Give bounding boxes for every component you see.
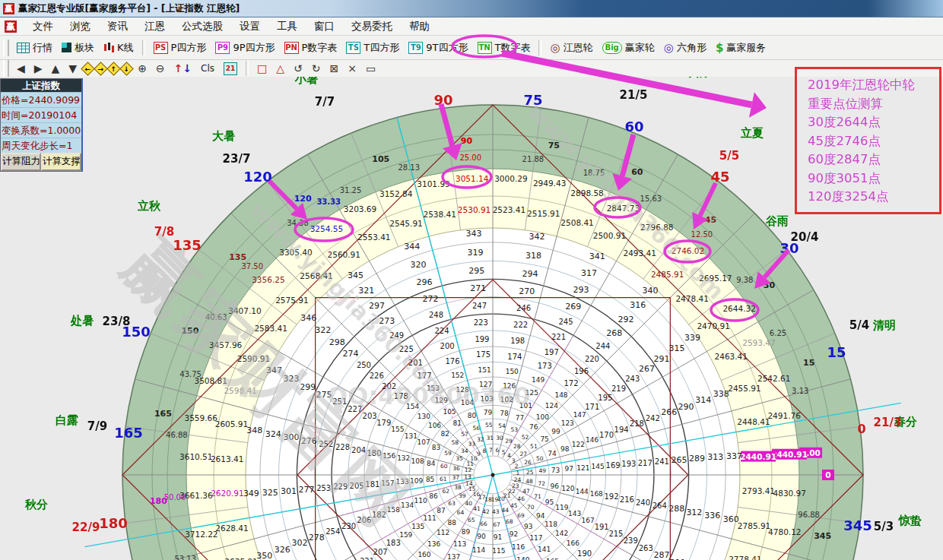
- toolbar-button-quotes[interactable]: 行情: [12, 40, 57, 56]
- svg-text:182: 182: [372, 511, 386, 519]
- calendar-icon: 21: [224, 62, 237, 75]
- svg-text:2644.32: 2644.32: [722, 304, 755, 313]
- tool-down-arrow[interactable]: ▼: [64, 62, 81, 74]
- svg-text:26: 26: [524, 459, 532, 466]
- p-square-label: P四方形: [171, 41, 207, 55]
- tool-calendar[interactable]: 21: [219, 62, 242, 75]
- tool-resize-tool[interactable]: ×: [343, 62, 361, 74]
- svg-text:15: 15: [803, 358, 814, 368]
- svg-text:3000.29: 3000.29: [494, 174, 527, 183]
- svg-text:2583.41: 2583.41: [254, 324, 287, 333]
- button-calc-support[interactable]: 计算支撑: [41, 153, 81, 171]
- tool-rotate-cw[interactable]: ↻: [307, 62, 325, 74]
- svg-text:88: 88: [448, 519, 457, 527]
- tool-pan-down[interactable]: ↓: [119, 62, 133, 75]
- annotation-line-5: 90度3051点: [797, 169, 939, 188]
- tool-rotate-ccw[interactable]: ↺: [289, 62, 307, 74]
- svg-text:228: 228: [335, 443, 350, 451]
- toolbar-button-gann-wheel[interactable]: ◎江恩轮: [545, 40, 597, 56]
- toolbar-button-hexagon[interactable]: ◎六角形: [659, 40, 711, 56]
- tool-zoom-in[interactable]: ⊕: [133, 62, 151, 74]
- svg-text:343: 343: [466, 229, 482, 239]
- toolbar-button-p-table[interactable]: PNP数字表: [280, 40, 342, 56]
- svg-text:57: 57: [461, 431, 468, 438]
- menu-item-0[interactable]: 文件: [24, 18, 62, 35]
- svg-text:2785.91: 2785.91: [738, 521, 770, 530]
- toolbar-button-p-square[interactable]: PSP四方形: [149, 40, 211, 56]
- svg-text:33: 33: [468, 441, 476, 448]
- kline-label: K线: [117, 41, 134, 55]
- svg-text:34.38: 34.38: [287, 219, 309, 227]
- toolbar-separator: [142, 40, 145, 55]
- svg-text:72: 72: [538, 480, 546, 487]
- tool-zoom-out[interactable]: ⊖: [151, 62, 170, 74]
- svg-text:129: 129: [435, 397, 448, 404]
- toolbar-button-kline[interactable]: K线: [99, 40, 138, 56]
- svg-text:白露: 白露: [56, 413, 78, 427]
- svg-text:317: 317: [581, 268, 597, 278]
- tool-rect-tool[interactable]: □: [252, 62, 271, 74]
- menu-item-9[interactable]: 帮助: [401, 18, 438, 35]
- menu-item-5[interactable]: 设置: [231, 18, 268, 35]
- svg-text:325: 325: [262, 488, 278, 498]
- toolbar-button-sectors[interactable]: 板块: [57, 40, 99, 56]
- svg-text:267: 267: [639, 364, 655, 374]
- svg-text:2560.91: 2560.91: [328, 250, 360, 259]
- svg-text:2695.17: 2695.17: [699, 274, 732, 283]
- svg-text:处暑: 处暑: [70, 314, 94, 327]
- svg-text:2593.47: 2593.47: [742, 338, 775, 347]
- toolbar-button-winner-service[interactable]: $赢家服务: [711, 40, 770, 56]
- t-square-icon: TS: [346, 42, 360, 54]
- main-toolbar: 行情板块K线PSP四方形P99P四方形PNP数字表TST四方形T99T四方形TN…: [0, 36, 943, 60]
- menu-item-1[interactable]: 浏览: [62, 18, 99, 35]
- menu-item-3[interactable]: 江恩: [136, 18, 173, 35]
- toolbar-button-t-table[interactable]: TNT数字表: [473, 40, 535, 56]
- 9t-square-icon: T9: [408, 42, 423, 54]
- tool-cls-button[interactable]: Cls: [196, 63, 219, 74]
- menu-item-7[interactable]: 窗口: [306, 18, 343, 35]
- svg-text:2847.73: 2847.73: [607, 204, 640, 213]
- svg-text:3: 3: [512, 457, 516, 464]
- menu-item-2[interactable]: 资讯: [99, 18, 136, 35]
- svg-text:346: 346: [300, 313, 316, 323]
- svg-text:323: 323: [283, 374, 299, 384]
- svg-text:131: 131: [405, 432, 418, 440]
- tool-prev-arrow[interactable]: ◀: [12, 62, 30, 74]
- svg-text:150: 150: [181, 326, 198, 336]
- svg-text:156: 156: [383, 452, 395, 460]
- svg-text:313: 313: [707, 452, 723, 462]
- svg-text:5: 5: [502, 449, 506, 456]
- menu-item-8[interactable]: 交易委托: [343, 18, 401, 35]
- toolbar-button-9t-square[interactable]: T99T四方形: [404, 40, 472, 56]
- svg-text:小暑: 小暑: [294, 77, 318, 86]
- svg-text:360: 360: [723, 514, 739, 524]
- svg-text:2478.41: 2478.41: [675, 294, 708, 303]
- svg-text:277: 277: [298, 485, 314, 495]
- gann-wheel-label: 江恩轮: [564, 41, 593, 55]
- toolbar-button-9p-square[interactable]: P99P四方形: [211, 40, 279, 56]
- svg-text:298: 298: [329, 337, 345, 347]
- toolbar-button-t-square[interactable]: TST四方形: [341, 40, 404, 56]
- svg-text:181: 181: [365, 480, 379, 489]
- tool-price-scale[interactable]: ↑↓: [170, 62, 196, 74]
- svg-text:120: 120: [561, 485, 574, 492]
- svg-text:102: 102: [500, 396, 513, 403]
- tool-select-box[interactable]: ⊠: [325, 62, 344, 74]
- menu-item-6[interactable]: 工具: [268, 18, 306, 35]
- svg-text:229: 229: [333, 482, 348, 491]
- button-calc-resistance[interactable]: 计算阻力: [1, 153, 41, 171]
- instrument-values: 价格=2440.9099时间=20190104变换系数=1.00000周天变化步…: [1, 92, 81, 153]
- svg-text:297: 297: [369, 301, 385, 311]
- tool-triangle-tool[interactable]: △: [271, 62, 289, 74]
- svg-text:239: 239: [624, 536, 638, 545]
- svg-text:大暑: 大暑: [212, 129, 235, 143]
- svg-text:350: 350: [256, 551, 272, 560]
- svg-text:2500.91: 2500.91: [593, 231, 626, 240]
- svg-text:248: 248: [429, 311, 443, 319]
- menu-item-4[interactable]: 公式选股: [173, 18, 231, 35]
- svg-text:79: 79: [484, 409, 493, 416]
- tool-up-arrow[interactable]: ▲: [47, 62, 65, 74]
- tool-next-arrow[interactable]: ▶: [30, 62, 47, 74]
- tool-screen-tool[interactable]: ▭: [361, 62, 380, 74]
- toolbar-button-winner-wheel[interactable]: Big赢家轮: [598, 40, 659, 56]
